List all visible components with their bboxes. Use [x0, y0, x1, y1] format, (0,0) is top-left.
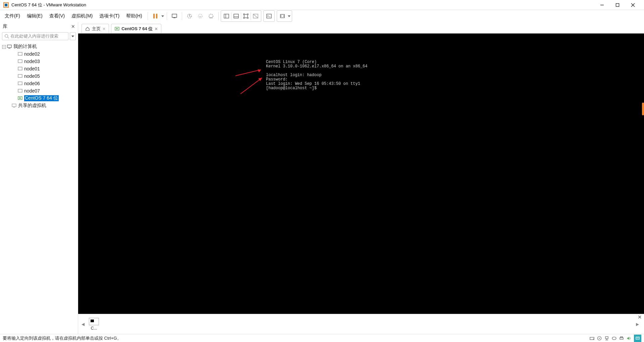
separator	[167, 12, 167, 20]
tree-label: 我的计算机	[13, 44, 37, 50]
library-title: 库	[3, 23, 7, 30]
status-cd-icon[interactable]	[596, 335, 603, 342]
minimize-button[interactable]	[594, 0, 610, 10]
search-icon	[4, 34, 9, 39]
svg-rect-32	[18, 52, 22, 55]
vm-icon	[17, 88, 23, 94]
svg-line-26	[8, 37, 9, 39]
close-tab-button[interactable]: ×	[155, 26, 157, 32]
library-header: 库 ✕	[0, 22, 78, 31]
status-disk-icon[interactable]	[588, 335, 596, 342]
pause-button[interactable]	[150, 11, 161, 21]
svg-rect-34	[18, 67, 22, 70]
vm-icon	[17, 66, 23, 71]
tree-node[interactable]: node02	[0, 50, 78, 58]
svg-marker-45	[258, 69, 261, 72]
tree-node-selected[interactable]: CentOS 7 64 位	[0, 95, 78, 102]
menu-edit[interactable]: 编辑(E)	[23, 11, 46, 21]
scroll-left-button[interactable]: ◀	[82, 322, 86, 327]
svg-point-13	[209, 14, 213, 18]
snapshot-manager-button[interactable]	[206, 11, 216, 21]
tree-node[interactable]: node03	[0, 58, 78, 65]
menu-view[interactable]: 查看(V)	[46, 11, 68, 21]
tree-node[interactable]: node01	[0, 65, 78, 72]
library-tree[interactable]: 我的计算机 node02 node03 node01 node05 node06…	[0, 42, 78, 334]
vm-icon	[17, 59, 23, 64]
vm-running-icon	[115, 26, 119, 31]
vm-console[interactable]: CentOS Linux 7 (Core) Kernel 3.10.0-1062…	[78, 34, 644, 314]
tab-home[interactable]: 主页 ×	[82, 24, 109, 33]
close-tab-button[interactable]: ×	[103, 26, 105, 32]
status-messages-icon[interactable]	[634, 335, 641, 342]
pause-dropdown[interactable]	[161, 15, 165, 17]
svg-line-21	[254, 14, 258, 18]
content-area: 主页 × CentOS 7 64 位 × CentOS Linux 7 (Cor…	[78, 22, 644, 334]
menu-file[interactable]: 文件(F)	[1, 11, 23, 21]
svg-rect-19	[244, 14, 248, 18]
snapshot-take-button[interactable]	[184, 11, 195, 21]
svg-rect-15	[224, 14, 229, 18]
close-button[interactable]	[625, 0, 641, 10]
search-dropdown[interactable]	[70, 32, 76, 40]
send-ctrl-alt-del-button[interactable]	[169, 11, 180, 21]
main-area: 库 ✕ 在此处键入内容进行搜索 我的计算机 node02 node03 node…	[0, 22, 644, 334]
close-library-button[interactable]: ✕	[71, 24, 75, 29]
menu-vm[interactable]: 虚拟机(M)	[68, 11, 96, 21]
stretch-button[interactable]	[278, 11, 287, 21]
tab-label: 主页	[92, 26, 101, 32]
svg-rect-30	[7, 45, 11, 48]
svg-rect-23	[280, 14, 284, 18]
svg-line-46	[240, 78, 262, 94]
svg-point-49	[593, 339, 594, 339]
console-output: CentOS Linux 7 (Core) Kernel 3.10.0-1062…	[266, 60, 367, 91]
menu-help[interactable]: 帮助(H)	[123, 11, 145, 21]
console-view-button[interactable]	[264, 11, 274, 21]
tree-label: node02	[24, 51, 40, 57]
svg-line-44	[235, 70, 261, 76]
tree-shared-vms[interactable]: 共享的虚拟机	[0, 102, 78, 109]
maximize-button[interactable]	[610, 0, 625, 10]
vertical-scroll-handle[interactable]	[642, 103, 644, 115]
tree-root-mycomputer[interactable]: 我的计算机	[0, 43, 78, 50]
stretch-dropdown[interactable]	[287, 15, 291, 17]
svg-rect-40	[12, 104, 16, 107]
svg-rect-1	[5, 4, 7, 6]
svg-rect-7	[156, 14, 157, 18]
separator	[218, 12, 219, 20]
svg-rect-9	[172, 14, 177, 17]
snapshot-revert-button[interactable]	[195, 11, 206, 21]
tree-node[interactable]: node07	[0, 87, 78, 95]
svg-rect-36	[18, 82, 22, 85]
svg-rect-3	[616, 3, 619, 6]
svg-marker-43	[116, 28, 118, 30]
tab-active-vm[interactable]: CentOS 7 64 位 ×	[111, 24, 161, 33]
tree-label: node07	[24, 88, 40, 94]
window-title: CentOS 7 64 位 - VMware Workstation	[11, 2, 86, 8]
vm-running-icon	[17, 96, 23, 101]
tab-label: CentOS 7 64 位	[121, 26, 153, 32]
svg-marker-8	[161, 15, 164, 17]
tree-node[interactable]: node06	[0, 80, 78, 87]
tree-label: node01	[24, 66, 40, 71]
fullscreen-button[interactable]	[241, 11, 251, 21]
status-printer-icon[interactable]	[618, 335, 625, 342]
search-input[interactable]: 在此处键入内容进行搜索	[2, 32, 68, 40]
separator	[182, 12, 182, 20]
status-text: 要将输入定向到该虚拟机，请在虚拟机内部单击或按 Ctrl+G。	[3, 335, 121, 341]
statusbar: 要将输入定向到该虚拟机，请在虚拟机内部单击或按 Ctrl+G。	[0, 334, 644, 342]
scroll-right-button[interactable]: ▶	[636, 322, 641, 327]
thumbnail-toggle-button[interactable]	[231, 11, 241, 21]
library-sidebar: 库 ✕ 在此处键入内容进行搜索 我的计算机 node02 node03 node…	[0, 22, 78, 334]
library-toggle-button[interactable]	[222, 11, 231, 21]
close-thumbnail-button[interactable]: ✕	[638, 314, 642, 320]
status-usb-icon[interactable]	[610, 335, 618, 342]
thumbnail[interactable]: C...	[86, 318, 102, 331]
svg-rect-22	[267, 14, 271, 18]
menu-tabs[interactable]: 选项卡(T)	[96, 11, 123, 21]
unity-button[interactable]	[251, 11, 260, 21]
tree-node[interactable]: node05	[0, 72, 78, 80]
status-sound-icon[interactable]	[625, 335, 633, 342]
view-toggle-group	[221, 10, 261, 22]
status-network-icon[interactable]	[603, 335, 610, 342]
collapse-icon[interactable]	[2, 45, 6, 49]
